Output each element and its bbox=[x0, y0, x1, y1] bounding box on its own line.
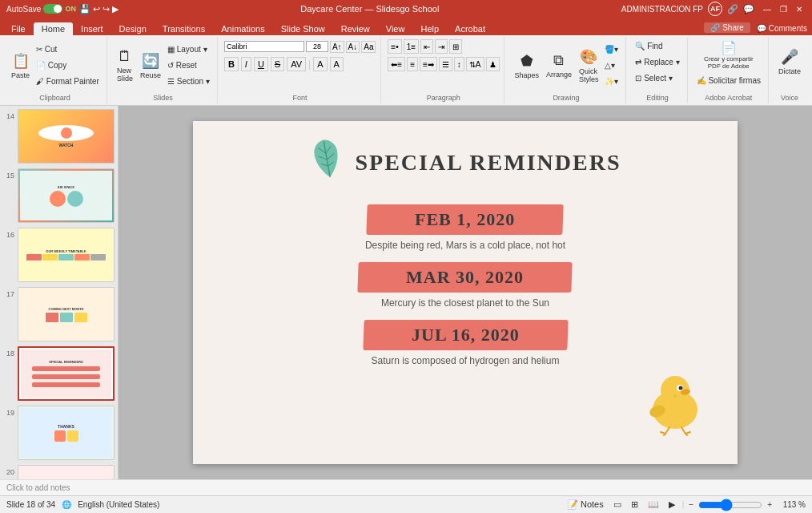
clear-format-button[interactable]: Aa bbox=[361, 41, 376, 53]
tab-animations[interactable]: Animations bbox=[213, 22, 272, 35]
slide-item-16[interactable]: 16 OUR WEEKLY TIMETABLE bbox=[3, 228, 115, 282]
slide-thumb-inner-17: COMING NEXT MONTH bbox=[18, 288, 114, 341]
slide-thumb-20[interactable]: PLAYGROUND DAYS bbox=[18, 465, 115, 479]
tab-insert[interactable]: Insert bbox=[73, 22, 111, 35]
slide-item-17[interactable]: 17 COMING NEXT MONTH bbox=[3, 287, 115, 341]
close-button[interactable]: ✕ bbox=[793, 2, 806, 15]
tab-design[interactable]: Design bbox=[111, 22, 155, 35]
format-painter-button[interactable]: 🖌 Format Painter bbox=[34, 75, 102, 89]
window-controls[interactable]: — ❐ ✕ bbox=[761, 2, 806, 15]
text-direction-button[interactable]: ⇅A bbox=[466, 57, 484, 71]
request-signatures-button[interactable]: ✍ Solicitar firmas bbox=[694, 73, 763, 87]
present-icon[interactable]: ▶ bbox=[112, 4, 119, 14]
slide-thumb-14[interactable]: WATCH bbox=[18, 109, 115, 164]
maximize-button[interactable]: ❐ bbox=[777, 2, 790, 15]
slide-thumb-15[interactable]: KID SPACE bbox=[18, 168, 115, 223]
tab-file[interactable]: File bbox=[3, 22, 34, 35]
zoom-in-button[interactable]: + bbox=[767, 500, 772, 509]
user-avatar[interactable]: AF bbox=[708, 2, 722, 16]
slide-thumb-16[interactable]: OUR WEEKLY TIMETABLE bbox=[18, 228, 115, 282]
slide-item-18[interactable]: 18 SPECIAL REMINDERS bbox=[3, 346, 115, 401]
comments-button[interactable]: 💬 Comments bbox=[757, 24, 807, 33]
select-button[interactable]: ⊡ Select ▾ bbox=[633, 71, 681, 85]
font-name-input[interactable] bbox=[224, 41, 304, 52]
reading-view-button[interactable]: 📖 bbox=[645, 499, 661, 510]
slide-canvas[interactable]: SPECIAL REMINDERS FEB 1, 2020 Despite be… bbox=[193, 121, 738, 464]
zoom-slider[interactable] bbox=[698, 500, 762, 510]
align-left-button[interactable]: ⬅≡ bbox=[388, 57, 405, 71]
numbering-button[interactable]: 1≡ bbox=[404, 39, 419, 54]
slide-thumb-18[interactable]: SPECIAL REMINDERS bbox=[18, 346, 115, 401]
slide-sorter-button[interactable]: ⊞ bbox=[629, 499, 641, 510]
columns-button[interactable]: ⊞ bbox=[449, 39, 462, 54]
decrease-indent-button[interactable]: ⇤ bbox=[420, 39, 433, 54]
redo-icon[interactable]: ↪ bbox=[103, 4, 110, 14]
comment-icon[interactable]: 💬 bbox=[743, 4, 754, 14]
arrange-button[interactable]: ⧉ Arrange bbox=[543, 42, 575, 89]
tab-view[interactable]: View bbox=[378, 22, 413, 35]
align-center-button[interactable]: ≡ bbox=[407, 57, 418, 71]
cut-button[interactable]: ✂ Cut bbox=[34, 42, 102, 57]
normal-view-button[interactable]: ▭ bbox=[611, 499, 624, 510]
tab-acrobat[interactable]: Acrobat bbox=[447, 22, 493, 35]
quick-styles-button[interactable]: 🎨 QuickStyles bbox=[576, 42, 602, 89]
slide-item-14[interactable]: 14 WATCH bbox=[3, 109, 115, 164]
tab-slideshow[interactable]: Slide Show bbox=[273, 22, 333, 35]
justify-button[interactable]: ☰ bbox=[439, 57, 452, 71]
ribbon-group-drawing: ⬟ Shapes ⧉ Arrange 🎨 QuickStyles 🪣▾ △▾ ✨… bbox=[506, 37, 626, 103]
layout-button[interactable]: ▦ Layout ▾ bbox=[165, 42, 212, 57]
shapes-button[interactable]: ⬟ Shapes bbox=[511, 42, 542, 89]
minimize-button[interactable]: — bbox=[761, 2, 774, 15]
replace-button[interactable]: ⇄ Replace ▾ bbox=[633, 55, 681, 69]
font-color-button[interactable]: A bbox=[313, 57, 327, 71]
shape-fill-button[interactable]: 🪣▾ bbox=[602, 42, 621, 57]
shape-outline-button[interactable]: △▾ bbox=[602, 59, 621, 73]
language-label: English (United States) bbox=[78, 500, 159, 509]
highlight-button[interactable]: A bbox=[330, 57, 344, 71]
notes-bar[interactable]: Click to add notes bbox=[0, 479, 812, 495]
copy-button[interactable]: 📄 Copy bbox=[34, 59, 102, 73]
save-icon[interactable]: 💾 bbox=[79, 4, 90, 14]
align-right-button[interactable]: ≡➡ bbox=[420, 57, 437, 71]
notes-toggle-button[interactable]: 📝 Notes bbox=[565, 499, 606, 510]
tab-transitions[interactable]: Transitions bbox=[155, 22, 213, 35]
tab-review[interactable]: Review bbox=[333, 22, 378, 35]
underline-button[interactable]: U bbox=[254, 57, 268, 71]
slide-item-19[interactable]: 19 THANKS bbox=[3, 406, 115, 460]
bold-button[interactable]: B bbox=[224, 57, 239, 71]
dictate-button[interactable]: 🎤 Dictate bbox=[775, 38, 804, 85]
strikethrough-button[interactable]: S bbox=[271, 57, 284, 71]
slide-number-15: 15 bbox=[3, 168, 14, 180]
undo-icon[interactable]: ↩ bbox=[93, 4, 100, 14]
autosave-switch[interactable] bbox=[43, 4, 62, 14]
increase-font-button[interactable]: A↑ bbox=[330, 41, 344, 53]
section-button[interactable]: ☰ Section ▾ bbox=[165, 75, 212, 89]
shape-effects-button[interactable]: ✨▾ bbox=[602, 75, 621, 89]
slide-item-20[interactable]: 20 PLAYGROUND DAYS bbox=[3, 465, 115, 479]
slide-item-15[interactable]: 15 KID SPACE bbox=[3, 168, 115, 223]
smart-art-button[interactable]: ♟ bbox=[486, 57, 500, 71]
reset-button[interactable]: ↺ Reset bbox=[165, 59, 212, 73]
autosave-toggle[interactable]: AutoSave ON bbox=[6, 4, 76, 14]
create-pdf-button[interactable]: 📄 Crear y compartirPDF de Adobe bbox=[694, 38, 763, 71]
shadow-button[interactable]: AV bbox=[287, 57, 306, 71]
font-size-input[interactable] bbox=[306, 41, 328, 52]
zoom-out-button[interactable]: − bbox=[689, 500, 693, 509]
increase-indent-button[interactable]: ⇥ bbox=[435, 39, 448, 54]
line-spacing-button[interactable]: ↕ bbox=[454, 57, 464, 71]
reuse-slides-button[interactable]: 🔄 Reuse bbox=[137, 42, 164, 89]
decrease-font-button[interactable]: A↓ bbox=[346, 41, 360, 53]
tab-help[interactable]: Help bbox=[412, 22, 447, 35]
zoom-level[interactable]: 113 % bbox=[777, 500, 806, 509]
tab-home[interactable]: Home bbox=[34, 22, 73, 35]
find-button[interactable]: 🔍 Find bbox=[633, 38, 681, 53]
paste-button[interactable]: 📋 Paste bbox=[8, 42, 33, 89]
bullets-button[interactable]: ≡• bbox=[388, 39, 401, 54]
new-slide-button[interactable]: 🗒 NewSlide bbox=[114, 42, 136, 89]
slide-thumb-19[interactable]: THANKS bbox=[18, 406, 115, 460]
share-button[interactable]: 🔗 Share bbox=[704, 22, 750, 33]
slideshow-button[interactable]: ▶ bbox=[666, 499, 677, 510]
italic-button[interactable]: I bbox=[241, 57, 251, 71]
slide-thumb-17[interactable]: COMING NEXT MONTH bbox=[18, 287, 115, 341]
share-icon[interactable]: 🔗 bbox=[727, 4, 738, 14]
